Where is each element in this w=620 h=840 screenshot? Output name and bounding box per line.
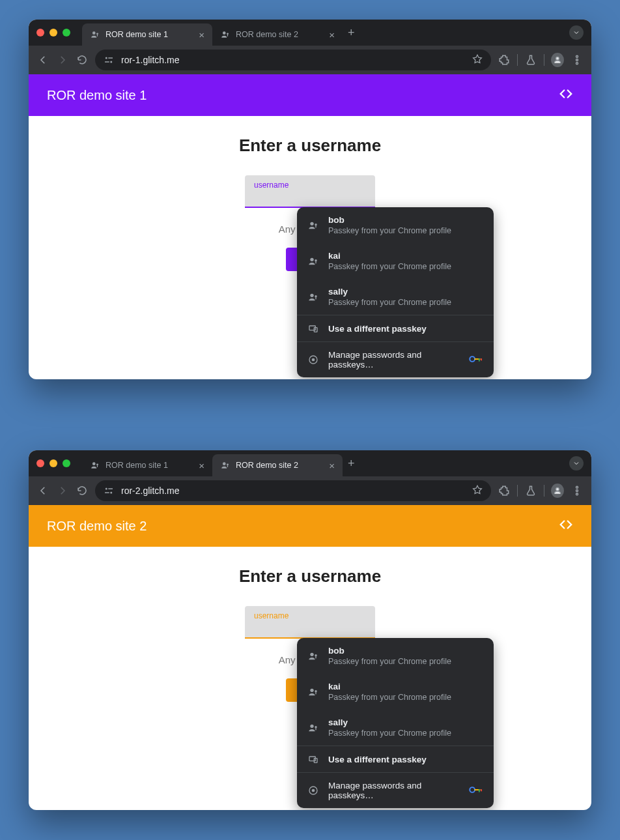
username-input[interactable] bbox=[254, 190, 366, 201]
reload-button[interactable] bbox=[76, 54, 89, 66]
passkey-item-kai[interactable]: kai Passkey from your Chrome profile bbox=[297, 674, 494, 710]
passkey-name: sally bbox=[328, 287, 451, 297]
view-source-icon[interactable] bbox=[559, 87, 573, 104]
svg-point-57 bbox=[312, 789, 315, 792]
passkey-item-sally[interactable]: sally Passkey from your Chrome profile bbox=[297, 710, 494, 746]
svg-point-4 bbox=[227, 33, 229, 35]
manage-label: Manage passwords and passkeys… bbox=[328, 781, 460, 800]
labs-icon[interactable] bbox=[524, 54, 537, 66]
extensions-icon[interactable] bbox=[498, 485, 511, 497]
svg-point-15 bbox=[315, 224, 317, 225]
window-minimize-button[interactable] bbox=[49, 459, 57, 467]
svg-point-14 bbox=[310, 222, 313, 225]
tab-overflow-button[interactable] bbox=[569, 456, 584, 471]
new-tab-button[interactable]: + bbox=[343, 457, 360, 471]
passkey-item-bob[interactable]: bob Passkey from your Chrome profile bbox=[297, 207, 494, 243]
svg-rect-2 bbox=[97, 35, 98, 36]
svg-point-10 bbox=[556, 57, 559, 60]
username-field-wrap[interactable]: username bbox=[245, 175, 375, 208]
window-close-button[interactable] bbox=[36, 459, 44, 467]
passkey-item-sally[interactable]: sally Passkey from your Chrome profile bbox=[297, 279, 494, 315]
extensions-icon[interactable] bbox=[498, 54, 511, 66]
svg-point-48 bbox=[310, 688, 313, 691]
passkey-item-kai[interactable]: kai Passkey from your Chrome profile bbox=[297, 243, 494, 279]
address-bar[interactable]: ror-1.glitch.me bbox=[95, 50, 491, 70]
google-key-icon bbox=[469, 785, 483, 796]
back-button[interactable] bbox=[36, 54, 49, 66]
svg-rect-29 bbox=[479, 358, 480, 362]
bookmark-star-icon[interactable] bbox=[472, 484, 483, 498]
use-different-passkey[interactable]: Use a different passkey bbox=[297, 746, 494, 772]
svg-point-39 bbox=[110, 492, 112, 494]
tab-overflow-button[interactable] bbox=[569, 25, 584, 40]
passkey-name: kai bbox=[328, 251, 451, 261]
tab-strip: ROR demo site 1 × ROR demo site 2 × + bbox=[82, 20, 564, 46]
window-zoom-button[interactable] bbox=[63, 459, 70, 467]
svg-point-58 bbox=[470, 787, 475, 792]
tab-ror-2[interactable]: ROR demo site 2 × bbox=[212, 454, 343, 476]
use-different-label: Use a different passkey bbox=[328, 324, 427, 334]
passkey-name: bob bbox=[328, 646, 451, 656]
tab-ror-1[interactable]: ROR demo site 1 × bbox=[82, 454, 212, 476]
tab-close-icon[interactable]: × bbox=[199, 29, 204, 40]
window-close-button[interactable] bbox=[36, 29, 44, 36]
svg-rect-47 bbox=[315, 656, 316, 658]
bookmark-star-icon[interactable] bbox=[472, 53, 483, 67]
tab-ror-2[interactable]: ROR demo site 2 × bbox=[212, 23, 343, 46]
passkey-sub: Passkey from your Chrome profile bbox=[328, 729, 451, 738]
back-button[interactable] bbox=[36, 485, 49, 497]
tab-close-icon[interactable]: × bbox=[329, 29, 335, 40]
svg-point-46 bbox=[315, 654, 317, 656]
svg-point-21 bbox=[315, 295, 317, 297]
manage-passwords[interactable]: Manage passwords and passkeys… bbox=[297, 772, 494, 808]
svg-rect-36 bbox=[227, 465, 228, 467]
menu-button[interactable] bbox=[571, 54, 584, 66]
view-source-icon[interactable] bbox=[559, 517, 573, 535]
manage-passwords[interactable]: Manage passwords and passkeys… bbox=[297, 341, 494, 377]
window-zoom-button[interactable] bbox=[63, 29, 70, 36]
forward-button[interactable] bbox=[56, 485, 69, 497]
page-content: Enter a username username Any username N… bbox=[29, 136, 591, 271]
site-settings-icon[interactable] bbox=[103, 485, 115, 497]
tab-close-icon[interactable]: × bbox=[329, 460, 335, 471]
passkey-icon bbox=[307, 292, 319, 302]
forward-button[interactable] bbox=[56, 54, 69, 66]
app-title: ROR demo site 2 bbox=[47, 519, 147, 534]
window-minimize-button[interactable] bbox=[49, 29, 57, 36]
use-different-passkey[interactable]: Use a different passkey bbox=[297, 315, 494, 341]
svg-point-32 bbox=[96, 463, 98, 465]
site-settings-icon[interactable] bbox=[103, 54, 115, 66]
username-field-wrap[interactable]: username bbox=[245, 606, 375, 639]
passkey-name: sally bbox=[328, 717, 451, 727]
svg-point-44 bbox=[576, 493, 578, 495]
svg-point-3 bbox=[223, 31, 226, 35]
svg-point-20 bbox=[310, 293, 313, 297]
passkey-favicon-icon bbox=[90, 460, 100, 471]
profile-button[interactable] bbox=[551, 53, 564, 67]
passkey-icon bbox=[307, 651, 319, 661]
username-input[interactable] bbox=[254, 620, 366, 631]
passkey-icon bbox=[307, 220, 319, 231]
input-label: username bbox=[254, 181, 289, 190]
traffic-lights bbox=[36, 459, 70, 467]
svg-point-49 bbox=[315, 690, 317, 692]
svg-point-8 bbox=[110, 61, 112, 63]
address-bar[interactable]: ror-2.glitch.me bbox=[95, 480, 491, 501]
svg-point-42 bbox=[576, 486, 578, 488]
page-heading: Enter a username bbox=[29, 566, 591, 587]
passkey-sub: Passkey from your Chrome profile bbox=[328, 298, 451, 307]
new-tab-button[interactable]: + bbox=[343, 26, 360, 40]
profile-button[interactable] bbox=[551, 484, 564, 498]
svg-point-27 bbox=[470, 356, 475, 362]
tab-close-icon[interactable]: × bbox=[199, 460, 204, 471]
traffic-lights bbox=[36, 29, 70, 36]
passkey-name: bob bbox=[328, 215, 451, 225]
labs-icon[interactable] bbox=[524, 485, 537, 497]
menu-button[interactable] bbox=[571, 485, 584, 497]
device-icon bbox=[307, 323, 319, 334]
reload-button[interactable] bbox=[76, 485, 89, 497]
tab-title: ROR demo site 1 bbox=[106, 30, 168, 39]
passkey-autofill-popup: bob Passkey from your Chrome profile kai… bbox=[297, 638, 494, 808]
tab-ror-1[interactable]: ROR demo site 1 × bbox=[82, 23, 212, 46]
passkey-item-bob[interactable]: bob Passkey from your Chrome profile bbox=[297, 638, 494, 674]
